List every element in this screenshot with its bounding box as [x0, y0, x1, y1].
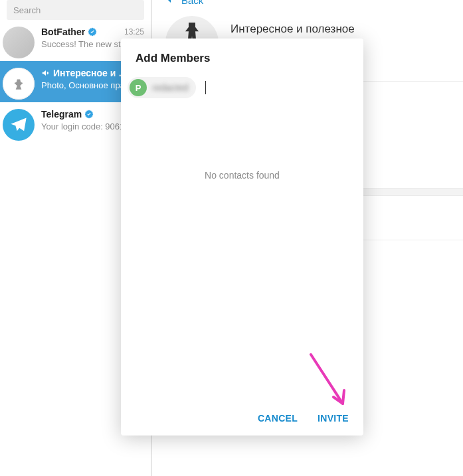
avatar [3, 68, 35, 100]
megaphone-icon [41, 68, 50, 78]
chip-name: redacted [152, 82, 188, 93]
text-caret [205, 81, 206, 94]
invite-button[interactable]: INVITE [318, 413, 349, 424]
verified-icon [88, 27, 97, 37]
add-members-modal: Add Members P redacted No contacts found… [121, 39, 363, 436]
search-container: Search [0, 0, 151, 13]
member-chip[interactable]: P redacted [128, 77, 196, 98]
avatar [3, 109, 35, 141]
chevron-left-icon [164, 0, 175, 4]
no-contacts-message: No contacts found [121, 108, 363, 402]
avatar [3, 27, 35, 58]
modal-title: Add Members [121, 39, 363, 74]
chat-name: Telegram [41, 109, 82, 119]
modal-footer: CANCEL INVITE [121, 402, 363, 436]
back-label: Back [181, 0, 203, 4]
cancel-button[interactable]: CANCEL [258, 413, 298, 424]
member-input-row[interactable]: P redacted [121, 74, 363, 108]
channel-title: Интересное и полезное [231, 23, 355, 36]
chat-name: Интересное и п... [53, 68, 130, 78]
chat-time: 13:25 [124, 27, 144, 37]
chip-avatar: P [130, 79, 147, 96]
search-input[interactable]: Search [7, 0, 144, 20]
search-placeholder: Search [13, 5, 41, 15]
telegram-icon [9, 116, 28, 134]
verified-icon [84, 110, 94, 119]
chat-name: BotFather [41, 27, 85, 37]
